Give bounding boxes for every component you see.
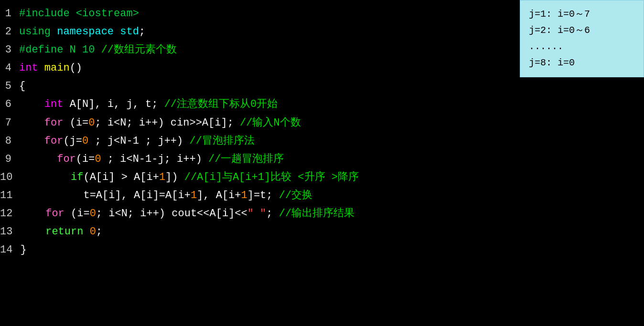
annotation-line-3: ......	[529, 39, 635, 55]
line-content: return 0;	[20, 224, 102, 240]
line-content: #include <iostream>	[19, 6, 139, 22]
line-number: 6	[0, 96, 19, 113]
table-row: 6 int A[N], i, j, t; //注意数组下标从0开始	[0, 95, 644, 114]
line-number: 5	[0, 78, 19, 95]
line-number: 2	[0, 24, 19, 40]
table-row: 10 if(A[i] > A[i+1]) //A[i]与A[i+1]比较 <升序…	[0, 168, 644, 187]
table-row: 9 for(i=0 ; i<N-1-j; i++) //一趟冒泡排序	[0, 150, 644, 168]
line-number: 8	[0, 133, 19, 149]
line-number: 14	[0, 242, 20, 258]
line-number: 4	[0, 60, 19, 76]
table-row: 13 return 0;	[0, 223, 644, 241]
line-number: 13	[0, 224, 20, 240]
line-number: 11	[0, 188, 20, 204]
annotation-line-4: j=8: i=0	[529, 55, 635, 71]
line-content: for(j=0 ; j<N-1 ; j++) //冒泡排序法	[19, 133, 255, 149]
line-number: 10	[0, 169, 20, 186]
table-row: 12 for (i=0; i<N; i++) cout<<A[i]<<" "; …	[0, 205, 644, 223]
line-content: int A[N], i, j, t; //注意数组下标从0开始	[19, 96, 278, 113]
line-number: 7	[0, 115, 19, 131]
line-content: for(i=0 ; i<N-1-j; i++) //一趟冒泡排序	[19, 151, 284, 168]
line-content: for (i=0; i<N; i++) cin>>A[i]; //输入N个数	[19, 115, 301, 131]
annotation-line-2: j=2: i=0～6	[529, 22, 635, 39]
annotation-line-1: j=1: i=0～7	[529, 6, 635, 22]
line-number: 9	[0, 151, 19, 168]
line-number: 12	[0, 206, 20, 222]
line-content: #define N 10 //数组元素个数	[19, 42, 177, 58]
line-number: 1	[0, 6, 19, 22]
line-number: 3	[0, 42, 19, 58]
annotation-box: j=1: i=0～7 j=2: i=0～6 ...... j=8: i=0	[520, 0, 644, 77]
code-area: j=1: i=0～7 j=2: i=0～6 ...... j=8: i=0 1#…	[0, 0, 644, 326]
table-row: 5{	[0, 77, 644, 95]
table-row: 11 t=A[i], A[i]=A[i+1], A[i+1]=t; //交换	[0, 187, 644, 205]
line-content: if(A[i] > A[i+1]) //A[i]与A[i+1]比较 <升序 >降…	[20, 169, 359, 186]
line-content: }	[20, 242, 26, 258]
line-content: int main()	[19, 60, 82, 76]
line-content: t=A[i], A[i]=A[i+1], A[i+1]=t; //交换	[20, 188, 312, 204]
line-content: {	[19, 78, 25, 95]
line-content: using namespace std;	[19, 24, 145, 40]
table-row: 7 for (i=0; i<N; i++) cin>>A[i]; //输入N个数	[0, 114, 644, 132]
table-row: 14}	[0, 241, 644, 259]
table-row: 8 for(j=0 ; j<N-1 ; j++) //冒泡排序法	[0, 132, 644, 150]
line-content: for (i=0; i<N; i++) cout<<A[i]<<" "; //输…	[20, 206, 354, 222]
